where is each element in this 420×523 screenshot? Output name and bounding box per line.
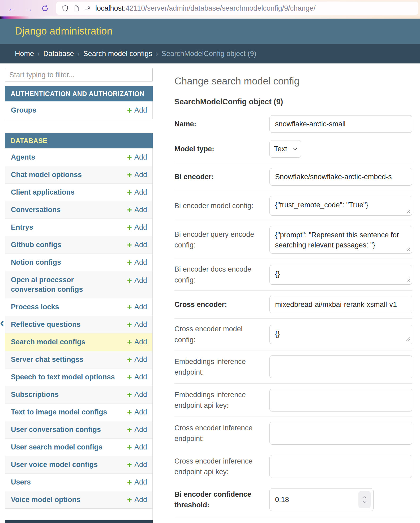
sidebar-item-user-search-model-configs[interactable]: User search model configs + Add	[5, 438, 152, 456]
breadcrumb-database[interactable]: Database	[43, 50, 74, 58]
sidebar-item-process-locks[interactable]: Process locks + Add	[5, 298, 152, 316]
plus-icon: +	[127, 206, 132, 214]
sidebar-item-groups[interactable]: Groups + Add	[5, 101, 152, 119]
form-row-bi-encoder-model-config: Bi encoder model config: {"trust_remote_…	[174, 191, 412, 221]
plus-icon: +	[127, 391, 132, 399]
sidebar-item-subscriptions[interactable]: Subscriptions + Add	[5, 386, 152, 403]
embeddings-inference-endpoint-api-key-input[interactable]	[269, 389, 412, 411]
add-link[interactable]: + Add	[127, 338, 147, 346]
bi-encoder-input[interactable]	[269, 168, 412, 186]
add-link[interactable]: + Add	[127, 258, 147, 267]
cross-encoder-model-config-textarea[interactable]: {}	[269, 325, 412, 344]
sidebar-section-caption[interactable]: DATABASE	[5, 133, 153, 148]
sidebar-collapse-icon[interactable]: ‹	[0, 316, 4, 329]
plus-icon: +	[127, 106, 132, 114]
add-link[interactable]: + Add	[127, 241, 147, 249]
sidebar-item-notion-configs[interactable]: Notion configs + Add	[5, 254, 152, 271]
add-link[interactable]: + Add	[127, 426, 147, 434]
sidebar-item-voice-model-options[interactable]: Voice model options + Add	[5, 491, 152, 508]
sidebar-item-reflective-questions[interactable]: Reflective questions + Add	[5, 316, 152, 333]
plus-icon: +	[127, 188, 132, 196]
add-link[interactable]: + Add	[127, 496, 147, 504]
form-row-cross-encoder-inference-endpoint: Cross encoder inference endpoint:	[174, 417, 412, 450]
breadcrumb: Home › Database › Search model configs ›…	[0, 44, 420, 63]
form-row-bi-encoder-docs-encode-config: Bi encoder docs encode config: {}	[174, 259, 412, 291]
form-row-cross-encoder: Cross encoder:	[174, 291, 412, 319]
form-row-name: Name:	[174, 113, 412, 135]
sidebar-section-caption[interactable]: AUTHENTICATION AND AUTHORIZATION	[5, 86, 153, 101]
bi-encoder-model-config-textarea[interactable]: {"trust_remote_code": "True"}	[269, 196, 412, 216]
add-link[interactable]: + Add	[127, 373, 147, 381]
plus-icon: +	[127, 461, 132, 469]
add-link[interactable]: + Add	[127, 223, 147, 232]
forward-icon[interactable]: →	[20, 4, 37, 13]
add-link[interactable]: + Add	[127, 171, 147, 179]
plus-icon: +	[127, 373, 132, 381]
breadcrumb-home[interactable]: Home	[15, 50, 34, 58]
sidebar-item-users[interactable]: Users + Add	[5, 473, 152, 491]
form-row-cross-encoder-model-config: Cross encoder model config: {}	[174, 319, 412, 350]
sidebar-item-search-model-configs[interactable]: Search model configs + Add	[5, 333, 152, 351]
sidebar-item-server-chat-settingss[interactable]: Server chat settingss + Add	[5, 351, 152, 368]
embeddings-inference-endpoint-input[interactable]	[269, 355, 412, 378]
sidebar-item-entrys[interactable]: Entrys + Add	[5, 218, 152, 236]
sidebar-item-github-configs[interactable]: Github configs + Add	[5, 236, 152, 254]
plus-icon: +	[127, 171, 132, 179]
url-path: :42110/server/admin/database/searchmodel…	[124, 4, 316, 12]
sidebar-filter-input[interactable]	[5, 68, 153, 82]
name-input[interactable]	[269, 115, 412, 133]
sidebar-item-open-ai-processor-conversation-configs[interactable]: Open ai processor conversation configs +…	[5, 271, 152, 298]
form-row-bi-encoder-confidence-threshold: Bi encoder confidence threshold:	[174, 483, 412, 516]
sidebar-item-client-applications[interactable]: Client applications + Add	[5, 183, 152, 201]
sidebar-item-user-voice-model-configs[interactable]: User voice model configs + Add	[5, 456, 152, 473]
container-icon[interactable]	[84, 5, 91, 12]
nav-sidebar: AUTHENTICATION AND AUTHORIZATION Groups …	[5, 63, 153, 523]
plus-icon: +	[127, 408, 132, 416]
plus-icon: +	[127, 258, 132, 267]
sidebar-module: DATABASE Agents + Add Chat model options…	[5, 133, 153, 509]
add-link[interactable]: + Add	[127, 276, 147, 285]
form-row-bi-encoder: Bi encoder:	[174, 163, 412, 191]
bi-encoder-docs-encode-config-textarea[interactable]: {}	[269, 265, 412, 285]
refresh-icon[interactable]	[37, 4, 53, 12]
plus-icon: +	[127, 223, 132, 232]
sidebar-item-chat-model-optionss[interactable]: Chat model optionss + Add	[5, 166, 152, 183]
cross-encoder-input[interactable]	[269, 296, 412, 313]
cross-encoder-inference-endpoint-api-key-input[interactable]	[269, 455, 412, 478]
add-link[interactable]: + Add	[127, 153, 147, 161]
form-row-embeddings-inference-endpoint-api-key: Embeddings inference endpoint api key:	[174, 384, 412, 417]
add-link[interactable]: + Add	[127, 443, 147, 451]
cross-encoder-inference-endpoint-input[interactable]	[269, 422, 412, 445]
sidebar-item-agents[interactable]: Agents + Add	[5, 148, 152, 166]
sidebar-item-conversations[interactable]: Conversations + Add	[5, 201, 152, 218]
page-icon[interactable]	[73, 5, 80, 12]
plus-icon: +	[127, 320, 132, 329]
shield-icon[interactable]	[62, 5, 69, 12]
add-link[interactable]: + Add	[127, 461, 147, 469]
sidebar-next-section-sliver	[5, 520, 153, 523]
plus-icon: +	[127, 153, 132, 161]
add-link[interactable]: + Add	[127, 303, 147, 311]
number-stepper[interactable]	[358, 491, 371, 508]
add-link[interactable]: + Add	[127, 206, 147, 214]
plus-icon: +	[127, 478, 132, 486]
bi-encoder-confidence-threshold-number-input[interactable]	[269, 488, 374, 511]
url-bar[interactable]: localhost:42110/server/admin/database/se…	[56, 2, 418, 15]
sidebar-item-text-to-image-model-configs[interactable]: Text to image model configs + Add	[5, 403, 152, 421]
add-link[interactable]: + Add	[127, 355, 147, 364]
add-link[interactable]: + Add	[127, 106, 147, 114]
breadcrumb-current: SearchModelConfig object (9)	[161, 50, 256, 58]
add-link[interactable]: + Add	[127, 478, 147, 486]
bi-encoder-query-encode-config-textarea[interactable]: {"prompt": "Represent this sentence for …	[269, 226, 412, 254]
model-type-select[interactable]: Text	[269, 140, 301, 158]
app-title[interactable]: Django administration	[15, 25, 113, 37]
add-link[interactable]: + Add	[127, 391, 147, 399]
form-row-embeddings-inference-endpoint: Embeddings inference endpoint:	[174, 350, 412, 384]
add-link[interactable]: + Add	[127, 408, 147, 416]
breadcrumb-search-model-configs[interactable]: Search model configs	[83, 50, 152, 58]
sidebar-item-speech-to-text-model-optionss[interactable]: Speech to text model optionss + Add	[5, 368, 152, 386]
add-link[interactable]: + Add	[127, 188, 147, 196]
add-link[interactable]: + Add	[127, 320, 147, 329]
back-icon[interactable]: ←	[4, 4, 20, 13]
sidebar-item-user-conversation-configs[interactable]: User conversation configs + Add	[5, 421, 152, 438]
